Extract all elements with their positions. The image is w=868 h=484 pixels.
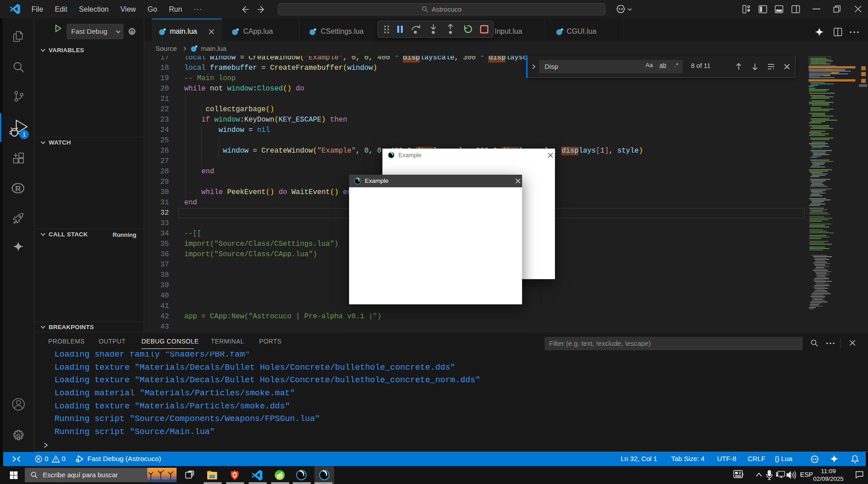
svg-text:R: R <box>15 185 21 193</box>
